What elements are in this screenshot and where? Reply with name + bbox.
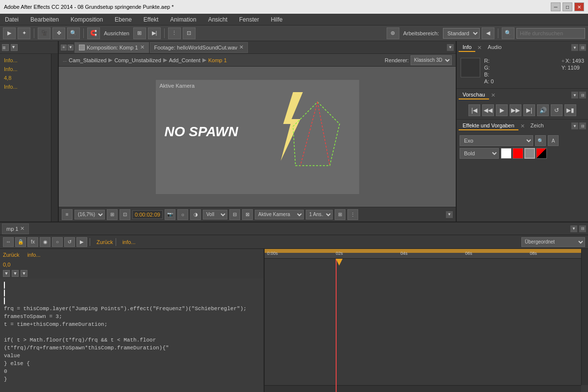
info-link[interactable]: info... <box>27 252 41 258</box>
view-dropdown[interactable]: 1 Ans... <box>306 210 333 220</box>
expand-btn[interactable]: ⊞ <box>335 209 345 220</box>
snap-toggle[interactable]: 🧲 <box>87 27 100 39</box>
breadcrumb-komp1[interactable]: Komp 1 <box>208 57 227 63</box>
tl-solo-btn[interactable]: ◦◦ <box>3 237 14 247</box>
info-panel-menu[interactable]: ▼ <box>571 44 578 51</box>
timeline-scrollbar-h[interactable] <box>265 385 581 392</box>
menu-item-fenster[interactable]: Fenster <box>236 15 262 24</box>
arbeitsbereich-dropdown[interactable]: Standard <box>443 28 480 39</box>
parent-dropdown[interactable]: Übergeordnet <box>521 237 585 247</box>
tab-close-x[interactable]: ✕ <box>477 45 482 51</box>
color-manage-btn[interactable]: ◑ <box>190 209 201 220</box>
menu-item-bearbeiten[interactable]: Bearbeiten <box>27 15 62 24</box>
menu-item-ebene[interactable]: Ebene <box>112 15 135 24</box>
panel-collapse-btn[interactable]: ≡ <box>61 45 67 50</box>
quality-dropdown[interactable]: Voll <box>203 210 227 220</box>
prev-loop-btn[interactable]: ↺ <box>551 104 563 116</box>
timeline-undock[interactable]: ⊟ <box>579 225 586 232</box>
font-search-btn[interactable]: 🔍 <box>535 135 546 146</box>
prev-menu-btn[interactable]: ▼ <box>571 92 578 98</box>
prev-fwd-btn[interactable]: ▶▶ <box>510 104 521 116</box>
menu-item-animation[interactable]: Animation <box>167 15 199 24</box>
fit-btn[interactable]: ⊞ <box>107 209 118 220</box>
grid-overlay-btn[interactable]: ⊡ <box>120 209 130 220</box>
font-dropdown[interactable]: Exo <box>460 135 533 146</box>
left-panel-scrollbar[interactable] <box>51 54 58 221</box>
region-btn[interactable]: ⊟ <box>229 209 240 220</box>
tl-loop-btn[interactable]: ↺ <box>64 237 75 247</box>
timeline-scrollbar-v[interactable] <box>581 249 588 385</box>
live-update[interactable]: ⊛ <box>387 27 399 39</box>
timeline-panel-menu[interactable]: ▼ <box>570 225 577 232</box>
expand-collapse-btn2[interactable]: ▼ <box>12 270 19 277</box>
tab-footage[interactable]: Footage: helloWorldSoundCut.wav ✕ <box>150 42 248 53</box>
exposure-btn[interactable]: ☼ <box>177 209 188 220</box>
tab-vorschau[interactable]: Vorschau <box>459 91 489 99</box>
tool-zoom[interactable]: 🔍 <box>67 27 80 39</box>
tl-play-btn[interactable]: ▶ <box>76 237 87 247</box>
tab-komposition[interactable]: Komposition: Komp 1 ✕ <box>74 42 149 53</box>
eff-undock-btn[interactable]: ⊟ <box>579 122 586 129</box>
fill-color-box[interactable] <box>501 148 512 159</box>
menu-item-hilfe[interactable]: Hilfe <box>268 15 286 24</box>
prev-first-btn[interactable]: |◀ <box>468 104 480 116</box>
prev-audio-btn[interactable]: 🔊 <box>537 104 549 116</box>
timecode-display[interactable]: 0:00:02:09 <box>132 210 163 219</box>
tab-audio[interactable]: Audio <box>484 43 505 52</box>
draft-btn[interactable]: ⋮ <box>347 209 358 220</box>
tl-circle-btn[interactable]: ○ <box>52 237 63 247</box>
tool-camera[interactable]: 🎥 <box>38 27 50 39</box>
left-info-item-2[interactable]: Info... <box>2 65 49 74</box>
search-input[interactable] <box>516 28 585 39</box>
maximize-button[interactable]: □ <box>563 2 572 11</box>
tab-close-icon[interactable]: ✕ <box>140 44 145 50</box>
tab-zeich[interactable]: Zeich <box>527 122 548 130</box>
tl-view-btn[interactable]: fx <box>27 237 38 247</box>
playhead-marker[interactable] <box>336 259 343 266</box>
renderer-dropdown[interactable]: Klassisch 3D <box>411 55 452 65</box>
align-btn[interactable]: ⊞ <box>133 27 146 39</box>
prev-ram-btn[interactable]: ▶▮ <box>564 104 576 116</box>
timeline-tab-close[interactable]: ✕ <box>20 225 24 232</box>
font-color-btn[interactable]: A <box>548 135 559 146</box>
tool-pen[interactable]: ✦ <box>18 27 30 39</box>
panel-menu-btn[interactable]: ≡ <box>2 44 9 51</box>
panel-close-btn[interactable]: ▼ <box>11 44 18 51</box>
tool-select[interactable]: ▶ <box>3 27 16 39</box>
breadcrumb-cam[interactable]: Cam_Stabilized <box>69 57 106 63</box>
menu-item-komposition[interactable]: Komposition <box>68 15 106 24</box>
font-style-dropdown[interactable]: Bold <box>460 148 499 159</box>
stroke-color-box[interactable] <box>513 148 523 159</box>
menu-item-ansicht[interactable]: Ansicht <box>205 15 230 24</box>
tl-lock-btn[interactable]: 🔒 <box>15 237 26 247</box>
menu-item-effekt[interactable]: Effekt <box>141 15 161 24</box>
expand-collapse-btn[interactable]: ▼ <box>3 270 10 277</box>
prev-back-btn[interactable]: ◀◀ <box>482 104 494 116</box>
timeline-tab-komp[interactable]: mp 1 ✕ <box>2 223 29 234</box>
zurck-btn[interactable]: Zurück <box>3 252 20 258</box>
tab-info[interactable]: Info <box>459 43 475 52</box>
align-btn2[interactable]: ▶| <box>148 27 161 39</box>
breadcrumb-add[interactable]: Add_Content <box>169 57 200 63</box>
minimize-button[interactable]: ─ <box>551 2 561 11</box>
grid-btn2[interactable]: ⊡ <box>183 27 196 39</box>
gradient-box[interactable] <box>536 148 547 159</box>
workspace-btn[interactable]: ◀ <box>482 27 494 39</box>
menu-item-datei[interactable]: Datei <box>2 15 22 24</box>
snapshot-btn[interactable]: 📷 <box>165 209 175 220</box>
panel-menu-btn2[interactable]: ▼ <box>68 45 74 50</box>
breadcrumb-comp[interactable]: Comp_Unstabilized <box>114 57 161 63</box>
safe-zones-btn[interactable]: ⊠ <box>242 209 253 220</box>
viewer-ctrl-menu[interactable]: ▼ <box>446 211 453 218</box>
camera-dropdown[interactable]: Aktive Kamera <box>255 210 304 220</box>
eff-menu-btn[interactable]: ▼ <box>571 122 578 129</box>
grid-btn[interactable]: ⋮ <box>168 27 181 39</box>
tl-color-btn[interactable]: ◉ <box>40 237 50 247</box>
prev-undock-btn[interactable]: ⊟ <box>579 92 586 98</box>
swatch-box[interactable] <box>524 148 535 159</box>
expression-area[interactable]: frq = thisComp.layer("Jumping Points").e… <box>0 278 264 392</box>
left-info-item-1[interactable]: Info... <box>2 56 49 65</box>
close-button[interactable]: ✕ <box>574 2 584 11</box>
tab-footage-close[interactable]: ✕ <box>239 44 244 50</box>
left-info-value[interactable]: 4,8 <box>2 74 49 82</box>
